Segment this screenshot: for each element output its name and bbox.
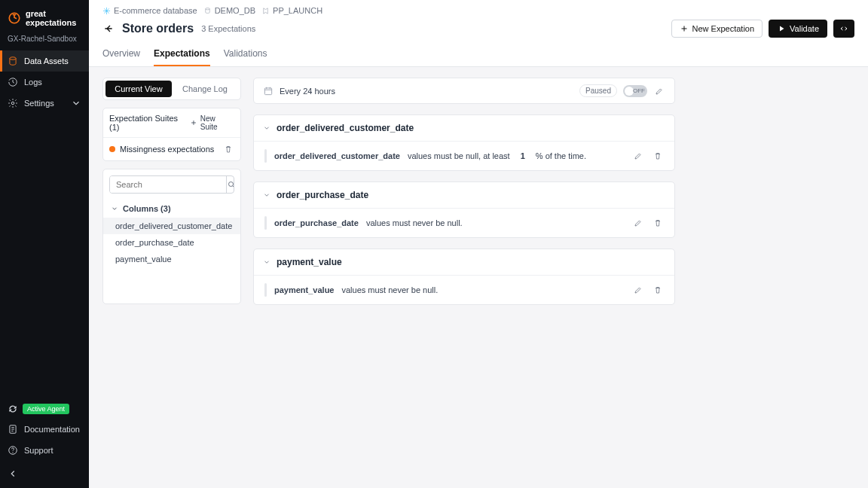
search-input[interactable]: [110, 176, 226, 193]
footer-label: Documentation: [24, 425, 80, 434]
main: E-commerce database DEMO_DB PP_LAUNCH St…: [89, 0, 868, 488]
crumb-table[interactable]: PP_LAUNCH: [261, 6, 322, 15]
nav-support[interactable]: Support: [0, 440, 89, 461]
trash-icon: [224, 145, 233, 154]
tab-validations[interactable]: Validations: [224, 42, 267, 66]
column-item[interactable]: payment_value: [103, 251, 240, 267]
edit-expectation-button[interactable]: [632, 217, 644, 229]
edit-expectation-button[interactable]: [632, 150, 644, 162]
tab-overview[interactable]: Overview: [102, 42, 140, 66]
rule-text: values must never be null.: [341, 285, 438, 294]
crumb-label: PP_LAUNCH: [273, 6, 322, 15]
agent-badge: Active Agent: [23, 404, 69, 414]
rule-column: order_purchase_date: [274, 218, 359, 227]
edit-schedule-button[interactable]: [653, 85, 665, 97]
right-panel: Every 24 hours Paused OFF order_delivere…: [253, 78, 675, 477]
trash-icon: [653, 151, 662, 160]
suite-name: Missingness expectations: [120, 145, 214, 154]
rule-column: payment_value: [274, 285, 334, 294]
crumb-datasource[interactable]: E-commerce database: [102, 6, 197, 15]
sidebar-collapse[interactable]: [0, 461, 89, 488]
chevron-down-icon: [263, 124, 270, 132]
database-icon: [8, 56, 18, 66]
column-item[interactable]: order_delivered_customer_date: [103, 218, 240, 234]
table-icon: [261, 7, 270, 15]
back-button[interactable]: [102, 23, 115, 35]
breadcrumb: E-commerce database DEMO_DB PP_LAUNCH: [102, 6, 854, 15]
sidebar: great expectations GX-Rachel-Sandbox Dat…: [0, 0, 89, 488]
delete-expectation-button[interactable]: [652, 284, 664, 296]
topbar: E-commerce database DEMO_DB PP_LAUNCH St…: [89, 0, 868, 67]
code-button[interactable]: [833, 20, 854, 38]
gear-icon: [8, 98, 18, 108]
trash-icon: [653, 285, 662, 294]
calendar-icon: [263, 86, 274, 96]
edit-icon: [655, 87, 664, 96]
snowflake-icon: [102, 7, 111, 15]
sync-icon: [8, 404, 18, 414]
crumb-schema[interactable]: DEMO_DB: [203, 6, 255, 15]
rule-text: values must be null, at least: [408, 151, 510, 160]
search-button[interactable]: [226, 176, 234, 193]
logo-block: great expectations: [0, 0, 89, 32]
svg-rect-8: [264, 87, 271, 94]
delete-expectation-button[interactable]: [652, 217, 664, 229]
columns-header[interactable]: Columns (3): [103, 200, 240, 218]
code-icon: [839, 24, 848, 33]
expectation-card: order_purchase_date order_purchase_date …: [253, 181, 675, 238]
brand-text: great expectations: [26, 9, 81, 27]
chevron-down-icon: [111, 205, 118, 212]
nav-settings[interactable]: Settings: [0, 93, 89, 114]
nav-label: Logs: [24, 78, 42, 87]
nav-label: Data Assets: [24, 56, 69, 66]
edit-icon: [634, 285, 643, 294]
delete-suite-button[interactable]: [222, 143, 234, 155]
chevron-down-icon: [263, 191, 270, 199]
new-expectation-button[interactable]: New Expectation: [671, 20, 763, 38]
expectation-card: payment_value payment_value values must …: [253, 249, 675, 305]
left-panel: Current View Change Log Expectation Suit…: [102, 78, 241, 477]
chevron-down-icon: [263, 258, 270, 266]
change-log-tab[interactable]: Change Log: [172, 81, 238, 97]
workspace-name[interactable]: GX-Rachel-Sandbox: [0, 32, 89, 50]
suite-item[interactable]: Missingness expectations: [103, 138, 240, 160]
toggle-label: OFF: [633, 87, 645, 94]
rule-text: % of the time.: [536, 151, 586, 160]
edit-icon: [634, 218, 643, 227]
rule-column: order_delivered_customer_date: [274, 151, 400, 160]
crumb-label: E-commerce database: [114, 6, 197, 15]
suites-title: Expectation Suites (1): [109, 114, 190, 132]
new-suite-button[interactable]: New Suite: [190, 114, 234, 131]
edit-expectation-button[interactable]: [632, 284, 644, 296]
tab-expectations[interactable]: Expectations: [154, 42, 210, 66]
expectation-card: order_delivered_customer_date order_deli…: [253, 114, 675, 171]
tabs: Overview Expectations Validations: [102, 42, 854, 66]
nav-data-assets[interactable]: Data Assets: [0, 50, 89, 72]
search-icon: [227, 180, 234, 189]
button-label: New Expectation: [692, 24, 755, 33]
history-icon: [8, 77, 18, 87]
edit-icon: [634, 151, 643, 160]
plus-icon: [190, 119, 197, 127]
expectation-header[interactable]: order_delivered_customer_date: [254, 115, 674, 142]
expectation-column: order_delivered_customer_date: [277, 123, 414, 133]
svg-point-7: [229, 182, 234, 187]
delete-expectation-button[interactable]: [652, 150, 664, 162]
nav-documentation[interactable]: Documentation: [0, 419, 89, 440]
arrow-left-icon: [8, 468, 18, 479]
expectation-header[interactable]: payment_value: [254, 249, 674, 276]
nav-logs[interactable]: Logs: [0, 72, 89, 93]
content: Current View Change Log Expectation Suit…: [89, 67, 868, 488]
schedule-toggle[interactable]: OFF: [623, 85, 647, 97]
button-label: Validate: [790, 24, 819, 33]
column-item[interactable]: order_purchase_date: [103, 234, 240, 251]
chevron-down-icon: [71, 98, 81, 108]
button-label: New Suite: [200, 114, 234, 131]
title-row: Store orders 3 Expectations New Expectat…: [102, 15, 854, 41]
expectation-header[interactable]: order_purchase_date: [254, 182, 674, 209]
schema-icon: [203, 7, 212, 15]
svg-point-6: [205, 8, 209, 9]
validate-button[interactable]: Validate: [769, 20, 827, 38]
svg-point-5: [12, 452, 13, 453]
current-view-tab[interactable]: Current View: [105, 81, 172, 97]
